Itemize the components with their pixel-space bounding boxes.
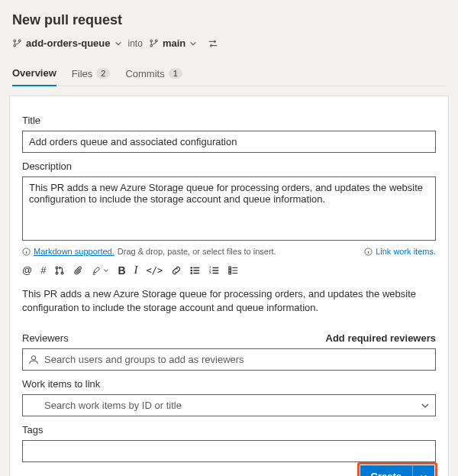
description-preview: This PR adds a new Azure Storage queue f… [22, 287, 436, 314]
tags-label: Tags [22, 424, 436, 436]
svg-point-13 [191, 272, 192, 273]
mention-icon[interactable]: @ [22, 264, 32, 276]
branch-icon [149, 38, 159, 48]
swap-branches-icon[interactable] [208, 38, 218, 49]
svg-point-5 [155, 40, 157, 42]
tab-files-label: Files [72, 68, 92, 79]
tags-input[interactable] [22, 440, 436, 462]
link-work-items-link[interactable]: Link work items. [376, 247, 436, 256]
description-label: Description [22, 160, 436, 172]
svg-point-4 [150, 44, 153, 47]
source-branch-name: add-orders-queue [26, 37, 111, 49]
create-button-dropdown[interactable] [412, 465, 434, 476]
work-items-input[interactable] [22, 394, 436, 416]
highlight-icon[interactable] [92, 265, 109, 275]
tab-overview-label: Overview [12, 67, 56, 79]
source-branch-picker[interactable]: add-orders-queue [12, 37, 122, 49]
hash-icon[interactable]: # [40, 264, 46, 276]
svg-point-20 [31, 355, 35, 359]
tab-commits-label: Commits [125, 68, 164, 79]
info-icon [364, 248, 373, 256]
markdown-supported-link[interactable]: Markdown supported. [34, 247, 114, 256]
svg-point-8 [56, 267, 59, 269]
svg-point-11 [191, 267, 192, 267]
person-icon [28, 355, 39, 365]
svg-point-9 [56, 272, 59, 274]
reviewers-input[interactable] [22, 348, 436, 371]
svg-point-1 [14, 44, 16, 47]
svg-rect-17 [229, 267, 231, 269]
create-button-highlight: Create [357, 462, 437, 476]
attach-icon[interactable] [73, 265, 83, 276]
pull-request-icon[interactable] [54, 265, 65, 276]
page-title: New pull request [12, 12, 449, 28]
svg-point-2 [18, 40, 21, 42]
reviewers-label: Reviewers [22, 332, 69, 344]
tab-commits[interactable]: Commits 1 [125, 61, 182, 86]
svg-rect-18 [229, 269, 231, 271]
svg-point-10 [62, 272, 64, 274]
italic-icon[interactable]: I [134, 264, 138, 277]
drag-hint: Drag & drop, paste, or select files to i… [118, 247, 276, 256]
info-icon [22, 248, 31, 256]
branch-icon [12, 38, 22, 48]
markdown-toolbar: @ # B I </> [22, 261, 436, 284]
checklist-icon[interactable] [228, 265, 239, 276]
description-textarea[interactable]: This PR adds a new Azure Storage queue f… [22, 176, 436, 241]
chevron-down-icon[interactable] [421, 401, 430, 410]
tab-commits-count: 1 [169, 68, 182, 79]
code-icon[interactable]: </> [147, 265, 163, 276]
create-button-label: Create [360, 465, 412, 476]
svg-text:3: 3 [209, 270, 211, 274]
bold-icon[interactable]: B [118, 264, 125, 277]
pr-form-panel: Title Description This PR adds a new Azu… [9, 96, 449, 476]
tab-overview[interactable]: Overview [12, 61, 56, 86]
work-items-label: Work items to link [22, 378, 436, 390]
svg-point-3 [150, 40, 153, 42]
tab-files[interactable]: Files 2 [72, 61, 111, 86]
into-label: into [128, 38, 143, 49]
numbered-list-icon[interactable]: 123 [209, 265, 220, 276]
chevron-down-icon [189, 40, 197, 47]
branch-selector-row: add-orders-queue into main [12, 37, 449, 49]
target-branch-name: main [163, 37, 185, 49]
title-label: Title [22, 115, 436, 126]
svg-point-12 [191, 270, 192, 270]
tab-files-count: 2 [96, 68, 110, 79]
add-required-reviewers-link[interactable]: Add required reviewers [326, 332, 437, 344]
link-icon[interactable] [171, 265, 182, 276]
bullet-list-icon[interactable] [190, 265, 201, 276]
create-button[interactable]: Create [360, 465, 434, 476]
svg-rect-19 [229, 272, 231, 274]
title-input[interactable] [22, 131, 436, 153]
svg-point-0 [14, 40, 16, 42]
chevron-down-icon [114, 40, 122, 47]
target-branch-picker[interactable]: main [149, 37, 197, 49]
tab-bar: Overview Files 2 Commits 1 [12, 61, 446, 86]
